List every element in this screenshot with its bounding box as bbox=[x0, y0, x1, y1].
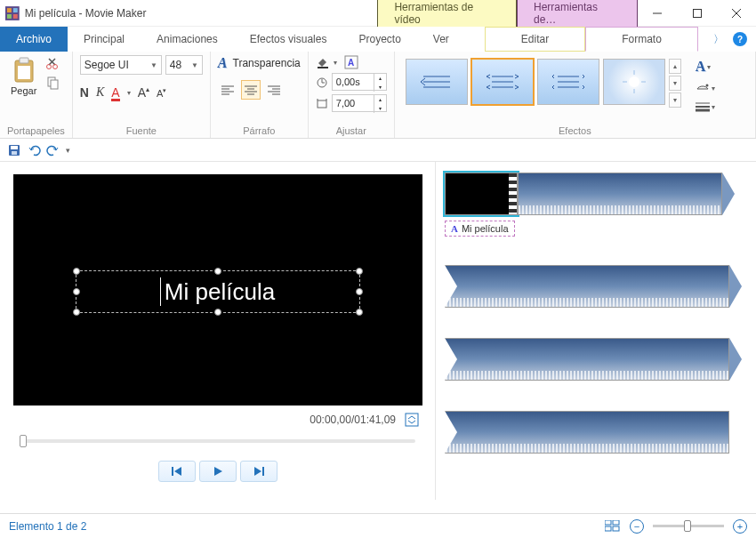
seek-slider[interactable] bbox=[20, 439, 415, 443]
clip-4[interactable] bbox=[445, 411, 729, 454]
group-effects: ▴ ▾ ▾ A▾ ▾ ▾ Efectos bbox=[395, 52, 756, 138]
transparency-button[interactable]: Transparencia bbox=[233, 57, 301, 69]
title-bar: Mi película - Movie Maker Herramientas d… bbox=[0, 0, 756, 27]
next-frame-button[interactable] bbox=[240, 461, 277, 482]
group-label-effects: Efectos bbox=[402, 124, 748, 136]
tab-format[interactable]: Formato bbox=[585, 27, 698, 52]
prev-frame-button[interactable] bbox=[158, 461, 196, 482]
svg-rect-2 bbox=[13, 8, 18, 12]
tab-home[interactable]: Principal bbox=[68, 27, 141, 52]
title-text[interactable]: Mi película bbox=[165, 278, 275, 306]
fullscreen-button[interactable] bbox=[405, 413, 419, 427]
clip-title[interactable] bbox=[445, 173, 518, 215]
gallery-down-button[interactable]: ▾ bbox=[669, 76, 681, 91]
group-font: Segoe UI▼ 48▼ N K A ▾ A▴ A▾ Fuente bbox=[73, 52, 211, 138]
play-button[interactable] bbox=[199, 461, 237, 482]
font-color-button[interactable]: A bbox=[111, 85, 119, 100]
align-center-button[interactable] bbox=[241, 80, 261, 100]
effect-thumb-3[interactable] bbox=[537, 59, 599, 105]
group-label-font: Fuente bbox=[80, 124, 203, 136]
svg-rect-60 bbox=[262, 467, 264, 476]
svg-rect-11 bbox=[18, 66, 30, 79]
svg-rect-28 bbox=[318, 67, 328, 68]
background-color-button[interactable] bbox=[316, 55, 330, 69]
italic-button[interactable]: K bbox=[96, 85, 104, 100]
close-button[interactable] bbox=[717, 0, 756, 27]
clip-3[interactable] bbox=[445, 338, 729, 381]
timeline-pane[interactable]: AMi película bbox=[436, 162, 756, 500]
outline-styles-button[interactable]: A▾ bbox=[696, 59, 715, 75]
tab-edit[interactable]: Editar bbox=[485, 27, 585, 52]
tab-view[interactable]: Ver bbox=[417, 27, 465, 52]
duration-input[interactable]: 7,00▴▾ bbox=[332, 94, 387, 112]
svg-rect-59 bbox=[172, 467, 173, 476]
align-left-button[interactable] bbox=[218, 80, 237, 100]
ribbon-collapse-icon[interactable]: 〉 bbox=[713, 32, 724, 47]
svg-rect-34 bbox=[318, 100, 326, 108]
status-bar: Elemento 1 de 2 − + bbox=[0, 513, 756, 538]
timeline-row-3 bbox=[445, 336, 747, 382]
effect-thumb-1[interactable] bbox=[406, 59, 468, 105]
tab-visual-effects[interactable]: Efectos visuales bbox=[234, 27, 343, 52]
transparency-icon: A bbox=[218, 55, 228, 71]
svg-rect-61 bbox=[605, 520, 611, 525]
view-thumbnails-button[interactable] bbox=[605, 520, 621, 533]
tab-animations[interactable]: Animaciones bbox=[141, 27, 234, 52]
save-button[interactable] bbox=[7, 143, 21, 157]
clipboard-icon bbox=[12, 57, 36, 84]
svg-rect-10 bbox=[20, 58, 28, 63]
group-label-paragraph: Párrafo bbox=[218, 124, 301, 136]
outline-color-button[interactable]: ▾ bbox=[696, 82, 715, 94]
effect-thumb-4[interactable] bbox=[603, 59, 665, 105]
svg-rect-4 bbox=[13, 13, 18, 18]
clip-2[interactable] bbox=[445, 265, 729, 308]
preview-video[interactable]: Mi película bbox=[13, 174, 422, 406]
gallery-more-button[interactable]: ▾ bbox=[669, 92, 681, 108]
align-right-button[interactable] bbox=[264, 80, 284, 100]
copy-button[interactable] bbox=[45, 75, 61, 91]
undo-button[interactable] bbox=[27, 143, 41, 157]
tab-file[interactable]: Archivo bbox=[0, 27, 68, 52]
font-name-select[interactable]: Segoe UI▼ bbox=[80, 55, 162, 75]
svg-rect-57 bbox=[12, 151, 17, 155]
effect-thumb-2[interactable] bbox=[471, 59, 534, 105]
cut-button[interactable] bbox=[45, 55, 61, 71]
redo-button[interactable] bbox=[46, 143, 60, 157]
effects-gallery[interactable]: ▴ ▾ ▾ bbox=[402, 55, 685, 111]
tab-project[interactable]: Proyecto bbox=[342, 27, 416, 52]
status-element-count: Elemento 1 de 2 bbox=[9, 520, 86, 533]
group-label-clipboard: Portapapeles bbox=[7, 124, 65, 136]
gallery-up-button[interactable]: ▴ bbox=[669, 59, 681, 74]
zoom-out-button[interactable]: − bbox=[630, 519, 644, 534]
zoom-in-button[interactable]: + bbox=[733, 519, 747, 534]
group-adjust: ▾ A 0,00s▴▾ 7,00▴▾ Ajustar bbox=[309, 52, 395, 138]
maximize-button[interactable] bbox=[678, 0, 717, 27]
edit-text-button[interactable]: A bbox=[344, 55, 358, 69]
help-icon[interactable]: ? bbox=[733, 32, 747, 46]
svg-rect-6 bbox=[693, 9, 701, 17]
window-title: Mi película - Movie Maker bbox=[25, 7, 147, 20]
paste-button[interactable]: Pegar bbox=[7, 55, 40, 98]
minimize-button[interactable] bbox=[638, 0, 677, 27]
text-cursor bbox=[160, 277, 161, 306]
font-size-select[interactable]: 48▼ bbox=[165, 55, 203, 75]
title-text-box[interactable]: Mi película bbox=[76, 270, 360, 313]
svg-rect-56 bbox=[11, 146, 18, 149]
zoom-slider[interactable] bbox=[653, 525, 724, 527]
svg-rect-3 bbox=[7, 13, 12, 18]
outline-weight-button[interactable]: ▾ bbox=[696, 101, 715, 112]
start-time-input[interactable]: 0,00s▴▾ bbox=[332, 73, 387, 91]
qat-customize-button[interactable]: ▾ bbox=[66, 146, 70, 155]
ribbon: Pegar Portapapeles Segoe UI▼ 48▼ N K A ▾… bbox=[0, 52, 756, 139]
svg-point-46 bbox=[629, 76, 639, 87]
timeline-row-2 bbox=[445, 263, 747, 309]
svg-rect-15 bbox=[51, 80, 58, 89]
title-tag[interactable]: AMi película bbox=[445, 221, 515, 237]
grow-font-button[interactable]: A▴ bbox=[138, 85, 149, 100]
group-clipboard: Pegar Portapapeles bbox=[0, 52, 73, 138]
shrink-font-button[interactable]: A▾ bbox=[157, 87, 166, 99]
app-icon bbox=[5, 6, 20, 20]
clip-1[interactable] bbox=[518, 173, 722, 215]
bold-button[interactable]: N bbox=[80, 85, 89, 100]
svg-rect-1 bbox=[7, 8, 12, 12]
